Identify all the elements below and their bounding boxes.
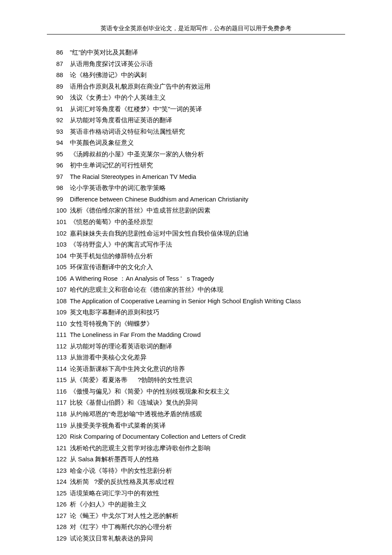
list-item-text: 从功能对等角度看信用证英语的翻译: [70, 115, 345, 126]
list-item: 89语用合作原则及礼貌原则在商业广告中的有效运用: [47, 81, 345, 92]
list-item: 122从 Salsa 舞解析墨西哥人的性格: [47, 454, 345, 465]
list-item-text: 从词汇对等角度看《红楼梦》中"笑"一词的英译: [70, 104, 345, 115]
list-item: 98论小学英语教学中的词汇教学策略: [47, 182, 345, 194]
list-item-number: 105: [56, 262, 70, 273]
list-item-text: 从接受美学视角看中式菜肴的英译: [70, 420, 345, 431]
list-item-text: 《傲慢与偏见》和《简爱》中的性别歧视现象和女权主义: [70, 386, 345, 397]
list-item-number: 119: [56, 420, 70, 431]
list-item: 125语境策略在词汇学习中的有效性: [47, 488, 345, 499]
list-item-text: 英文电影字幕翻译的原则和技巧: [70, 307, 345, 318]
list-item-number: 100: [56, 205, 70, 216]
list-item-number: 107: [56, 284, 70, 296]
list-item-text: 从语用角度探讨汉译英公示语: [70, 58, 345, 70]
list-item-number: 120: [56, 431, 70, 443]
list-item-number: 94: [56, 137, 70, 149]
list-item-text: 比较《基督山伯爵》和《连城诀》复仇的异同: [70, 397, 345, 408]
list-item-text: 浅析简 ?爱的反抗性格及其形成过程: [70, 476, 345, 488]
list-item-text: 英语非作格动词语义特征和句法属性研究: [70, 126, 345, 138]
list-item: 96初中生单词记忆的可行性研究: [47, 160, 345, 171]
list-item: 90浅议《女勇士》中的个人英雄主义: [47, 92, 345, 104]
list-item-number: 87: [56, 58, 70, 70]
list-item: 111The Loneliness in Far From the Maddin…: [47, 329, 345, 341]
list-item-number: 88: [56, 69, 70, 81]
list-item-number: 111: [56, 329, 70, 341]
list-item: 114论英语新课标下高中生跨文化意识的培养: [47, 363, 345, 375]
list-item: 123哈金小说《等待》中的女性悲剧分析: [47, 465, 345, 477]
list-item-text: 浅议《女勇士》中的个人英雄主义: [70, 92, 345, 104]
list-item: 94中英颜色词及象征意义: [47, 137, 345, 149]
list-item-text: "红"的中英对比及其翻译: [70, 47, 345, 58]
list-item-text: Difference between Chinese Buddhism and …: [70, 194, 345, 205]
list-item: 119从接受美学视角看中式菜肴的英译: [47, 420, 345, 431]
list-item-text: 《等待野蛮人》中的寓言式写作手法: [70, 239, 345, 250]
list-item-number: 103: [56, 239, 70, 250]
list-item-number: 99: [56, 194, 70, 205]
thesis-title-list: 86"红"的中英对比及其翻译87从语用角度探讨汉译英公示语88论《格列佛游记》中…: [47, 47, 345, 544]
list-item-text: 论《格列佛游记》中的讽刺: [70, 69, 345, 81]
list-item-text: 论英语新课标下高中生跨文化意识的培养: [70, 363, 345, 375]
list-item: 113从旅游看中美核心文化差异: [47, 352, 345, 363]
list-item-text: A Withering Rose ：An Analysis of Tess ' …: [70, 273, 345, 285]
list-item: 106A Withering Rose ：An Analysis of Tess…: [47, 273, 345, 285]
list-item-number: 102: [56, 228, 70, 239]
list-item-number: 98: [56, 182, 70, 194]
list-item-number: 110: [56, 318, 70, 330]
list-item-number: 128: [56, 521, 70, 533]
list-item-number: 95: [56, 149, 70, 160]
document-page: 英语专业全英原创毕业论文，是近期写作，公布的题目可以用于免费参考 86"红"的中…: [0, 0, 392, 555]
list-item-text: 从《简爱》看夏洛蒂 ?勃朗特的女性意识: [70, 374, 345, 386]
list-item-text: The Loneliness in Far From the Madding C…: [70, 329, 345, 341]
list-item-number: 101: [56, 216, 70, 228]
list-item-number: 113: [56, 352, 70, 363]
list-item-text: 从旅游看中美核心文化差异: [70, 352, 345, 363]
list-item-text: 哈金小说《等待》中的女性悲剧分析: [70, 465, 345, 477]
list-item-number: 123: [56, 465, 70, 477]
list-item-number: 92: [56, 115, 70, 126]
list-item: 129试论英汉日常礼貌表达的异同: [47, 533, 345, 544]
list-item-number: 108: [56, 296, 70, 307]
list-item-number: 96: [56, 160, 70, 171]
list-item: 121浅析哈代的悲观主义哲学对徐志摩诗歌创作之影响: [47, 443, 345, 454]
list-item: 88论《格列佛游记》中的讽刺: [47, 69, 345, 81]
list-item-text: 《愤怒的葡萄》中的圣经原型: [70, 216, 345, 228]
list-item: 93英语非作格动词语义特征和句法属性研究: [47, 126, 345, 138]
list-item-number: 124: [56, 476, 70, 488]
list-item: 110女性哥特视角下的《蝴蝶梦》: [47, 318, 345, 330]
list-item: 86"红"的中英对比及其翻译: [47, 47, 345, 58]
list-item: 120Risk Comparing of Documentary Collect…: [47, 431, 345, 443]
list-item: 100浅析《德伯维尔家的苔丝》中造成苔丝悲剧的因素: [47, 205, 345, 216]
list-item-text: 初中生单词记忆的可行性研究: [70, 160, 345, 171]
list-item-text: 《汤姆叔叔的小屋》中圣克莱尔一家的人物分析: [70, 149, 345, 160]
list-item: 91从词汇对等角度看《红楼梦》中"笑"一词的英译: [47, 104, 345, 115]
list-item: 87从语用角度探讨汉译英公示语: [47, 58, 345, 70]
list-item: 102嘉莉妹妹失去自我的悲剧性命运对中国女性自我价值体现的启迪: [47, 228, 345, 239]
list-item-number: 109: [56, 307, 70, 318]
list-item: 101《愤怒的葡萄》中的圣经原型: [47, 216, 345, 228]
list-item-text: 语境策略在词汇学习中的有效性: [70, 488, 345, 499]
list-item: 124浅析简 ?爱的反抗性格及其形成过程: [47, 476, 345, 488]
list-item-text: 从 Salsa 舞解析墨西哥人的性格: [70, 454, 345, 465]
list-item: 127论《蝇王》中戈尔丁对人性之恶的解析: [47, 510, 345, 522]
list-item-text: The Racial Stereotypes in American TV Me…: [70, 171, 345, 183]
list-item-number: 104: [56, 250, 70, 262]
list-item-number: 117: [56, 397, 70, 408]
list-item-text: 女性哥特视角下的《蝴蝶梦》: [70, 318, 345, 330]
list-item: 107哈代的悲观主义和宿命论在《德伯家的苔丝》中的体现: [47, 284, 345, 296]
list-item-number: 118: [56, 408, 70, 420]
list-item: 112从功能对等的理论看英语歌词的翻译: [47, 341, 345, 352]
list-item-number: 126: [56, 499, 70, 510]
list-item: 99Difference between Chinese Buddhism an…: [47, 194, 345, 205]
list-item: 95《汤姆叔叔的小屋》中圣克莱尔一家的人物分析: [47, 149, 345, 160]
list-item-number: 127: [56, 510, 70, 522]
list-item-text: 环保宣传语翻译中的文化介入: [70, 262, 345, 273]
list-item-text: 浅析《德伯维尔家的苔丝》中造成苔丝悲剧的因素: [70, 205, 345, 216]
list-item: 109英文电影字幕翻译的原则和技巧: [47, 307, 345, 318]
list-item: 92从功能对等角度看信用证英语的翻译: [47, 115, 345, 126]
list-item: 104中英手机短信的修辞特点分析: [47, 250, 345, 262]
list-item: 126析《小妇人》中的超验主义: [47, 499, 345, 510]
list-item-text: 中英手机短信的修辞特点分析: [70, 250, 345, 262]
list-item-number: 122: [56, 454, 70, 465]
list-item-text: Risk Comparing of Documentary Collection…: [70, 431, 345, 443]
list-item-number: 125: [56, 488, 70, 499]
list-item-text: 语用合作原则及礼貌原则在商业广告中的有效运用: [70, 81, 345, 92]
